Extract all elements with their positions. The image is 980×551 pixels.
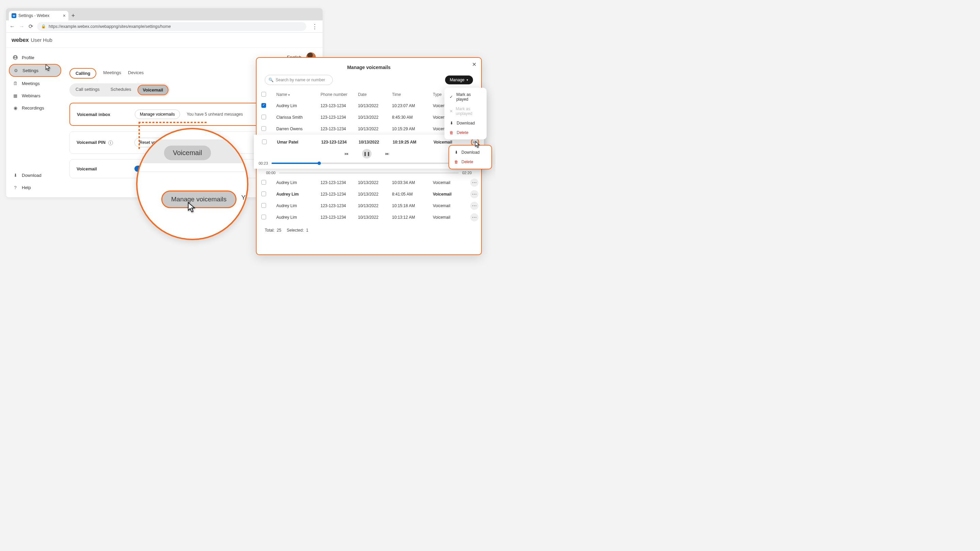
subtab-voicemail[interactable]: Voicemail (137, 85, 169, 95)
sidebar-item-profile[interactable]: Profile (9, 52, 61, 63)
tab-meetings[interactable]: Meetings (103, 68, 121, 79)
row-checkbox[interactable] (261, 103, 266, 108)
secondary-progress[interactable] (279, 172, 459, 173)
manage-dropdown-button[interactable]: Manage ▾ (445, 76, 473, 84)
help-icon: ? (12, 184, 18, 191)
col-phone[interactable]: Phone number (321, 92, 358, 97)
row-more-button[interactable]: ⋯ (470, 179, 479, 187)
menu-item-mark-as-played[interactable]: ✓Mark as played (444, 90, 487, 104)
search-input[interactable]: 🔍 Search by name or number (265, 75, 333, 85)
webex-favicon: w (11, 13, 16, 18)
col-time[interactable]: Time (392, 92, 433, 97)
col-name[interactable]: Name▾ (276, 92, 321, 97)
subtab-call-settings[interactable]: Call settings (71, 85, 105, 95)
browser-menu-icon[interactable]: ⋮ (310, 23, 319, 30)
cell-type: Voicemail (433, 203, 463, 208)
menu-item-download[interactable]: ⬇Download (449, 148, 492, 157)
cell-phone: 123-123-1234 (321, 203, 358, 208)
close-tab-icon[interactable]: × (63, 13, 66, 18)
modal-title: Manage voicemails (256, 63, 481, 75)
cell-time: 10:15:18 AM (392, 203, 433, 208)
sidebar-label: Settings (22, 68, 38, 73)
cursor-icon (187, 202, 198, 216)
select-all-checkbox[interactable] (261, 92, 266, 97)
new-tab-button[interactable]: + (68, 11, 78, 21)
row-checkbox[interactable] (261, 126, 266, 131)
row-checkbox[interactable] (261, 214, 266, 219)
cell-phone: 123-123-1234 (321, 127, 358, 131)
cell-date: 10/13/2022 (358, 215, 392, 220)
magnifier-manage-button[interactable]: Manage voicemails (161, 191, 237, 208)
row-checkbox[interactable] (261, 180, 266, 185)
modal-footer: Total: 25 Selected: 1 (256, 223, 481, 237)
cell-name: Audrey Lim (276, 103, 321, 108)
table-row[interactable]: Audrey Lim123-123-123410/13/202210:15:18… (256, 200, 481, 211)
cell-phone: 123-123-1234 (321, 115, 358, 120)
url-field[interactable]: 🔒 https://example.webex.com/webappng/sit… (37, 22, 306, 31)
subtab-schedules[interactable]: Schedules (106, 85, 136, 95)
forward-button[interactable]: ⏭ (385, 151, 389, 156)
secondary-tabs: Call settings Schedules Voicemail (69, 83, 170, 97)
menu-icon: ✓ (449, 95, 453, 99)
cell-phone: 123-123-1234 (321, 103, 358, 108)
app-logo: webex (11, 37, 29, 43)
cell-time: 10:15:29 AM (392, 127, 433, 131)
back-icon[interactable]: ← (10, 24, 15, 30)
sidebar-label: Download (22, 173, 41, 178)
sidebar-item-settings[interactable]: ⚙ Settings (9, 64, 61, 77)
table-row[interactable]: Audrey Lim123-123-123410/13/202210:13:12… (256, 211, 481, 223)
sidebar-item-meetings[interactable]: 🗓 Meetings (9, 78, 61, 89)
search-icon: 🔍 (269, 78, 274, 82)
sidebar-item-download[interactable]: ⬇ Download (9, 169, 61, 181)
menu-item-download[interactable]: ⬇Download (444, 118, 487, 128)
cell-time: 10:03:34 AM (392, 180, 433, 185)
manage-voicemails-button[interactable]: Manage voicemails (135, 110, 180, 119)
rewind-button[interactable]: ⏮ (344, 151, 348, 156)
pause-button[interactable]: ❚❚ (362, 149, 372, 159)
reload-icon[interactable]: ⟳ (29, 23, 33, 30)
card-title: Voicemail (76, 166, 127, 171)
row-checkbox[interactable] (261, 203, 266, 208)
cell-date: 10/13/2022 (358, 203, 392, 208)
magnifier-callout: Voicemail Manage voicemails Y (136, 128, 248, 240)
row-more-button[interactable]: ⋯ (470, 213, 479, 221)
cell-time: 10:13:12 AM (392, 215, 433, 220)
browser-tab[interactable]: w Settings - Webex × (9, 11, 68, 21)
row-checkbox[interactable] (262, 140, 267, 144)
table-row[interactable]: Audrey Lim123-123-123410/13/20228:41:05 … (256, 189, 481, 200)
sidebar-label: Help (22, 185, 31, 190)
cell-phone: 123-123-1234 (321, 215, 358, 220)
tab-devices[interactable]: Devices (128, 68, 143, 79)
sidebar-item-webinars[interactable]: ▦ Webinars (9, 90, 61, 102)
sidebar-item-recordings[interactable]: ◉ Recordings (9, 102, 61, 114)
close-icon[interactable]: ✕ (472, 61, 476, 68)
menu-label: Mark as unplayed (456, 106, 482, 116)
row-checkbox[interactable] (261, 114, 266, 119)
col-date[interactable]: Date (358, 92, 392, 97)
menu-label: Delete (457, 130, 469, 135)
row-more-button[interactable]: ⋯ (470, 202, 479, 210)
row-more-button[interactable]: ⋯ (470, 190, 479, 198)
tab-bar: w Settings - Webex × + (6, 8, 323, 21)
menu-icon: 🗑 (449, 130, 454, 135)
tab-calling[interactable]: Calling (69, 68, 96, 79)
cell-date: 10/13/2022 (358, 115, 392, 120)
menu-item-delete[interactable]: 🗑Delete (444, 128, 487, 137)
row-checkbox[interactable] (261, 192, 266, 196)
menu-item-mark-as-unplayed: ✕Mark as unplayed (444, 104, 487, 118)
sidebar-label: Webinars (22, 93, 40, 98)
cell-time: 10:23:07 AM (392, 103, 433, 108)
cell-type: Voicemail (433, 215, 463, 220)
info-icon[interactable]: i (108, 140, 113, 145)
menu-item-delete[interactable]: 🗑Delete (449, 157, 492, 167)
record-icon: ◉ (12, 105, 18, 111)
app-subtitle: User Hub (30, 37, 52, 43)
elapsed-time: 00:23 (259, 161, 268, 165)
url-text: https://example.webex.com/webappng/sites… (49, 24, 171, 29)
sidebar-item-help[interactable]: ? Help (9, 182, 61, 193)
gear-icon: ⚙ (13, 67, 19, 73)
card-title: Voicemail PIN i (76, 140, 127, 145)
forward-icon[interactable]: → (19, 24, 24, 30)
table-row[interactable]: Audrey Lim123-123-123410/13/202210:03:34… (256, 177, 481, 189)
progress-bar[interactable] (272, 163, 463, 164)
